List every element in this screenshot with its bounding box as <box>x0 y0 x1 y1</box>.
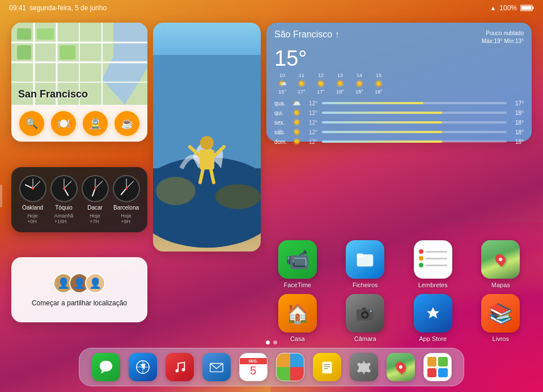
svg-rect-29 <box>357 253 363 256</box>
dock-mail[interactable] <box>202 353 231 381</box>
forecast-bar-sun <box>322 140 507 143</box>
page-indicators <box>0 340 543 344</box>
notification-center-handle[interactable] <box>0 185 2 207</box>
wifi-icon: ▲ <box>490 5 496 11</box>
clock-city-oakland: Oakland <box>22 204 43 211</box>
app-files[interactable]: Ficheiros <box>334 240 397 288</box>
location-sharing-widget[interactable]: 👤 👤 👤 Começar a partilhar localização <box>11 257 147 322</box>
svg-rect-13 <box>17 45 31 59</box>
weather-condition-label: Pouco nublado <box>482 29 524 37</box>
hour-14: 14 ☀️ 18° <box>351 73 367 95</box>
maps-food-button[interactable]: 🍽️ <box>51 111 76 136</box>
location-avatars: 👤 👤 👤 <box>53 273 105 293</box>
dock-settings[interactable] <box>350 353 378 381</box>
camera-icon <box>346 294 384 333</box>
forecast-bar-thu <box>322 112 507 114</box>
clock-dakar: Dacar Hoje+7H <box>82 175 109 224</box>
facetime-icon: 📹 <box>278 240 317 279</box>
clock-tokyo: Tóquio Amanhã+16H <box>50 175 78 224</box>
maps-coffee-button[interactable]: ☕ <box>114 111 139 136</box>
calendar-day-label: SEG. <box>240 358 267 364</box>
dock: SEG. 5 <box>79 348 464 386</box>
facetime-label: FaceTime <box>284 282 312 288</box>
svg-point-19 <box>156 177 196 205</box>
svg-rect-2 <box>521 6 532 10</box>
svg-rect-1 <box>533 7 534 10</box>
clock-city-barcelona: Barcelona <box>113 204 139 211</box>
maps-search-button[interactable]: 🔍 <box>19 111 44 136</box>
clock-city-dakar: Dacar <box>87 204 103 211</box>
dock-calendar[interactable]: SEG. 5 <box>239 353 268 381</box>
reminders-label: Lembretes <box>418 282 448 288</box>
app-camera[interactable]: Câmara <box>334 294 397 342</box>
forecast-bar-fri <box>322 121 507 123</box>
clock-center <box>63 188 65 190</box>
clock-label-barcelona: Hoje+9H <box>121 213 131 224</box>
dock-notes[interactable] <box>313 353 341 381</box>
hour-12: 12 ☀️ 17° <box>313 73 329 95</box>
clock-face-barcelona <box>113 175 140 202</box>
svg-rect-22 <box>200 150 214 169</box>
weather-header: São Francisco ↑ Pouco nublado Máx:19° Mí… <box>274 29 524 45</box>
date: segunda-feira, 5 de junho <box>29 4 107 12</box>
svg-rect-44 <box>322 361 332 373</box>
status-left: 09:41 segunda-feira, 5 de junho <box>9 4 107 12</box>
clock-label-oakland: Hoje+0H <box>27 213 38 224</box>
svg-point-41 <box>175 369 179 373</box>
maps-widget[interactable]: San Francisco 🔍 🍽️ 🚊 ☕ <box>11 23 147 142</box>
maps-map: San Francisco <box>11 23 147 105</box>
svg-point-21 <box>200 136 214 150</box>
dock-music[interactable] <box>166 353 194 381</box>
app-reminders[interactable]: Lembretes <box>402 240 464 288</box>
calendar-date-num: 5 <box>250 364 256 376</box>
clock-center <box>32 188 34 190</box>
page-dot-1[interactable] <box>266 340 270 344</box>
reminders-icon <box>414 240 452 279</box>
svg-point-42 <box>181 368 185 372</box>
photo-image <box>153 23 261 252</box>
status-right: ▲ 100% <box>490 4 534 12</box>
avatar-3: 👤 <box>85 273 105 293</box>
location-sharing-text: Começar a partilhar localização <box>32 299 127 307</box>
weather-temperature: 15° <box>274 48 524 69</box>
forecast-bar-wed <box>322 102 507 104</box>
hour-11: 11 ☀️ 17° <box>294 73 309 95</box>
app-maps[interactable]: Mapas <box>470 240 532 288</box>
app-grid: 📹 FaceTime Ficheiros <box>266 116 532 342</box>
battery-percent: 100% <box>499 4 517 12</box>
books-icon: 📚 <box>481 294 520 333</box>
dock-safari[interactable] <box>129 353 157 381</box>
page-dot-2[interactable] <box>273 340 277 344</box>
hour-15: 15 ☀️ 18° <box>371 73 387 95</box>
clock-label-dakar: Hoje+7H <box>90 213 100 224</box>
main-content: San Francisco 🔍 🍽️ 🚊 ☕ <box>0 16 543 347</box>
time: 09:41 <box>9 4 26 12</box>
maps-widget-title: San Francisco <box>18 88 88 100</box>
forecast-bar-sat <box>322 131 507 133</box>
app-books[interactable]: 📚 Livros <box>470 294 532 342</box>
hour-13: 13 ☀️ 18° <box>332 73 348 95</box>
maps-action-buttons: 🔍 🍽️ 🚊 ☕ <box>11 105 147 142</box>
dock-messages[interactable] <box>92 353 120 381</box>
clock-face-oakland <box>19 175 46 202</box>
dock-multitask[interactable] <box>423 353 452 381</box>
dock-maps[interactable] <box>387 353 415 381</box>
dock-photos[interactable] <box>276 353 304 381</box>
clock-label-tokyo: Amanhã+16H <box>54 213 74 224</box>
clock-face-tokyo <box>50 175 78 202</box>
maps-transit-button[interactable]: 🚊 <box>83 111 108 136</box>
clock-face-dakar <box>82 175 109 202</box>
clock-center <box>94 188 96 190</box>
svg-point-36 <box>370 310 372 312</box>
app-appstore[interactable]: App Store <box>402 294 464 342</box>
clock-widget: Oakland Hoje+0H Tóquio Amanhã+16H Dacar … <box>11 167 147 232</box>
app-facetime[interactable]: 📹 FaceTime <box>266 240 329 288</box>
photos-icon <box>277 353 304 381</box>
app-home[interactable]: 🏠 Casa <box>266 294 329 342</box>
clock-center <box>125 188 128 190</box>
status-bar: 09:41 segunda-feira, 5 de junho ▲ 100% <box>0 0 543 16</box>
photo-widget <box>153 23 261 252</box>
multitask-icon <box>424 353 451 381</box>
forecast-wed: qua. 🌥️ 12° 17° <box>274 99 524 107</box>
svg-point-34 <box>363 313 367 317</box>
